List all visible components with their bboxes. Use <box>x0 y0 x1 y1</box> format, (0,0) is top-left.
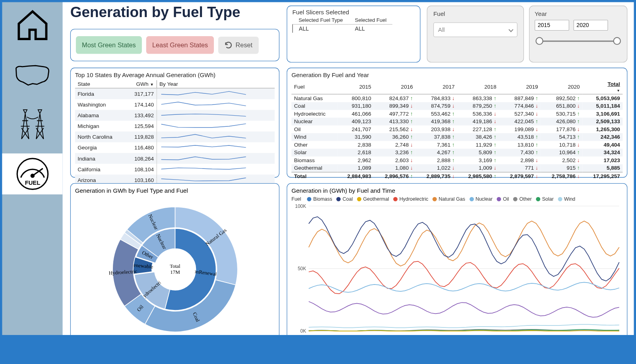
timeseries-legend: FuelBiomassCoalGeothermalHydroelectricNa… <box>291 197 622 202</box>
table-row[interactable]: Other2,838 2,748 ↓7,361 ↑11,929 ↑13,810 … <box>291 141 622 149</box>
slider-handle-from[interactable] <box>535 37 543 45</box>
page-title: Generation by Fuel Type <box>70 4 240 21</box>
legend-item[interactable]: Wind <box>558 197 576 202</box>
company-logo: KEY 2 Consulting <box>11 330 54 335</box>
table-row[interactable]: California108,104 <box>75 164 275 174</box>
table-row[interactable]: Wind31,590 36,260 ↑37,838 ↑38,426 ↑43,51… <box>291 133 622 141</box>
nav-home-icon[interactable] <box>11 5 54 46</box>
svg-point-1 <box>31 174 34 177</box>
year-from-input[interactable] <box>535 20 569 31</box>
legend-item[interactable]: Coal <box>337 197 353 202</box>
table-row[interactable]: Georgia116,480 <box>75 142 275 153</box>
svg-text:Total: Total <box>170 263 180 269</box>
legend-item[interactable]: Natural Gas <box>432 197 465 202</box>
slicer-info-card: Fuel Slicers Selected Selected Fuel Type… <box>287 6 420 62</box>
timeseries-chart[interactable]: 0K50K100K201520162017201820192020 <box>291 202 623 335</box>
filter-buttons-card: Most Green States Least Green States Res… <box>70 29 279 61</box>
donut-title: Generation in GWh by Fuel Type and Fuel <box>75 187 275 194</box>
fuel-filter-card: Fuel All <box>427 6 524 62</box>
svg-text:100K: 100K <box>295 203 306 209</box>
table-row[interactable]: Nuclear409,123 413,330 ↑419,368 ↑419,186… <box>291 118 622 126</box>
table-row[interactable]: Florida317,177 <box>75 88 275 99</box>
donut-card: Generation in GWh by Fuel Type and Fuel … <box>70 183 279 335</box>
nav-fuel-gauge-icon[interactable]: FUEL <box>2 153 62 194</box>
slicer-title: Fuel Slicers Selected <box>292 9 415 15</box>
table-row[interactable]: Michigan125,594 <box>75 121 275 132</box>
table-row[interactable]: Biomass2,962 2,603 ↓2,888 ↑3,169 ↑2,898 … <box>291 157 622 165</box>
svg-text:FUEL: FUEL <box>25 180 40 186</box>
reset-button[interactable]: Reset <box>218 37 258 54</box>
table-row[interactable]: Coal931,180 899,349 ↓874,759 ↓879,250 ↑7… <box>291 102 622 110</box>
fuel-filter-label: Fuel <box>433 10 518 17</box>
most-green-states-button[interactable]: Most Green States <box>76 36 142 54</box>
year-to-input[interactable] <box>574 20 608 31</box>
chevron-down-icon <box>508 27 513 32</box>
nav-transmission-icon[interactable] <box>11 104 54 145</box>
table-row[interactable]: Solar2,618 3,236 ↑4,267 ↑5,809 ↑7,430 ↑1… <box>291 149 622 157</box>
svg-text:17M: 17M <box>170 269 180 275</box>
nav-usa-map-icon[interactable] <box>11 54 54 95</box>
year-filter-label: Year <box>535 10 622 17</box>
year-slider[interactable] <box>535 37 622 45</box>
table-row[interactable]: Washington174,140 <box>75 99 275 110</box>
fuelyear-title: Generation By Fuel and Year <box>291 72 622 78</box>
fuelyear-table: Fuel201520162017201820192020Total▼ Natur… <box>291 80 622 180</box>
legend-item[interactable]: Other <box>513 197 531 202</box>
svg-text:50K: 50K <box>298 266 306 271</box>
top10-title: Top 10 States By Average Annual Generati… <box>75 72 275 78</box>
least-green-states-button[interactable]: Least Green States <box>146 36 214 54</box>
table-row[interactable]: North Carolina119,828 <box>75 132 275 142</box>
legend-item[interactable]: Nuclear <box>469 197 493 202</box>
legend-item[interactable]: Solar <box>536 197 554 202</box>
reset-arrow-icon <box>224 41 233 50</box>
year-filter-card: Year <box>529 6 627 62</box>
svg-text:0K: 0K <box>301 328 306 334</box>
table-row[interactable]: Geothermal1,089 1,080 ↓1,022 ↓1,009 ↓771… <box>291 164 622 172</box>
legend-item[interactable]: Geothermal <box>357 197 389 202</box>
top10-states-card: Top 10 States By Average Annual Generati… <box>70 68 279 178</box>
table-row[interactable]: Indiana108,264 <box>75 153 275 164</box>
fuel-dropdown[interactable]: All <box>433 22 518 37</box>
table-row[interactable]: Natural Gas800,810 824,637 ↑784,833 ↓863… <box>291 94 622 102</box>
timeseries-title: Generation in (GWh) by Fuel and Time <box>291 187 622 194</box>
legend-item[interactable]: Hydroelectric <box>394 197 429 202</box>
legend-item[interactable]: Biomass <box>307 197 332 202</box>
table-row[interactable]: Hydroelectric461,066 497,772 ↑553,462 ↑5… <box>291 110 622 118</box>
fuel-year-card: Generation By Fuel and Year Fuel20152016… <box>287 68 627 178</box>
timeseries-card: Generation in (GWh) by Fuel and Time Fue… <box>287 183 627 335</box>
sidebar: FUEL KEY 2 Consulting <box>2 2 62 335</box>
donut-chart[interactable]: NonRenewableHydroelectricRenewableOtherN… <box>80 196 270 335</box>
slider-handle-to[interactable] <box>613 37 621 45</box>
table-row[interactable]: Alabama133,492 <box>75 110 275 121</box>
table-row[interactable]: Oil241,707 215,562 ↓203,938 ↓227,128 ↑19… <box>291 126 622 134</box>
legend-item[interactable]: Oil <box>497 197 509 202</box>
